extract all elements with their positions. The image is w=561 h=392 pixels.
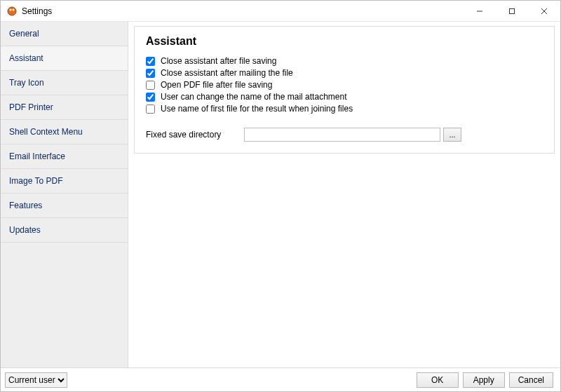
sidebar-item-general[interactable]: General: [1, 22, 128, 46]
checkbox-open-pdf[interactable]: [146, 81, 155, 90]
window-title: Settings: [22, 6, 464, 16]
fixed-save-dir-row: Fixed save directory ...: [146, 128, 543, 142]
body: General Assistant Tray Icon PDF Printer …: [1, 22, 560, 367]
check-row-use-first-filename: Use name of first file for the result wh…: [146, 104, 543, 114]
checkbox-use-first-filename[interactable]: [146, 104, 155, 114]
checkbox-close-after-mail[interactable]: [146, 69, 155, 78]
checkbox-label: User can change the name of the mail att…: [161, 92, 346, 102]
apply-button[interactable]: Apply: [463, 372, 505, 388]
ok-button[interactable]: OK: [417, 372, 459, 388]
settings-window: Settings General Assistant Tray Icon PDF…: [0, 0, 561, 392]
sidebar-item-email-interface[interactable]: Email Interface: [1, 144, 128, 169]
maximize-button[interactable]: [496, 1, 528, 21]
cancel-button[interactable]: Cancel: [509, 372, 553, 388]
app-icon: [6, 6, 18, 17]
check-row-close-after-mail: Close assistant after mailing the file: [146, 68, 543, 78]
sidebar-item-tray-icon[interactable]: Tray Icon: [1, 71, 128, 95]
checkbox-label: Use name of first file for the result wh…: [161, 104, 353, 114]
close-button[interactable]: [528, 1, 560, 21]
panel-heading: Assistant: [146, 35, 543, 48]
sidebar-item-features[interactable]: Features: [1, 194, 128, 218]
svg-point-1: [10, 8, 12, 11]
sidebar: General Assistant Tray Icon PDF Printer …: [1, 22, 128, 367]
check-row-close-after-save: Close assistant after file saving: [146, 56, 543, 66]
content: Assistant Close assistant after file sav…: [128, 22, 560, 367]
fixed-save-dir-label: Fixed save directory: [146, 130, 244, 140]
checkbox-label: Close assistant after file saving: [161, 56, 276, 66]
svg-rect-4: [510, 8, 515, 13]
titlebar: Settings: [1, 1, 560, 22]
fixed-save-dir-input[interactable]: [244, 128, 440, 142]
sidebar-item-updates[interactable]: Updates: [1, 218, 128, 243]
svg-point-2: [13, 8, 15, 11]
sidebar-item-image-to-pdf[interactable]: Image To PDF: [1, 169, 128, 194]
sidebar-item-assistant[interactable]: Assistant: [1, 46, 128, 71]
footer: Current user OK Apply Cancel: [1, 367, 560, 391]
svg-point-0: [8, 7, 16, 15]
check-row-change-attachment-name: User can change the name of the mail att…: [146, 92, 543, 102]
sidebar-item-pdf-printer[interactable]: PDF Printer: [1, 95, 128, 120]
minimize-button[interactable]: [464, 1, 496, 21]
checkbox-label: Open PDF file after file saving: [161, 80, 272, 90]
check-row-open-pdf: Open PDF file after file saving: [146, 80, 543, 90]
checkbox-close-after-save[interactable]: [146, 57, 155, 66]
checkbox-label: Close assistant after mailing the file: [161, 68, 293, 78]
sidebar-item-shell-context-menu[interactable]: Shell Context Menu: [1, 120, 128, 144]
browse-button[interactable]: ...: [443, 128, 461, 142]
assistant-panel: Assistant Close assistant after file sav…: [134, 26, 555, 154]
checkbox-change-attachment-name[interactable]: [146, 93, 155, 102]
window-control-group: [464, 1, 560, 21]
scope-select[interactable]: Current user: [5, 372, 67, 388]
